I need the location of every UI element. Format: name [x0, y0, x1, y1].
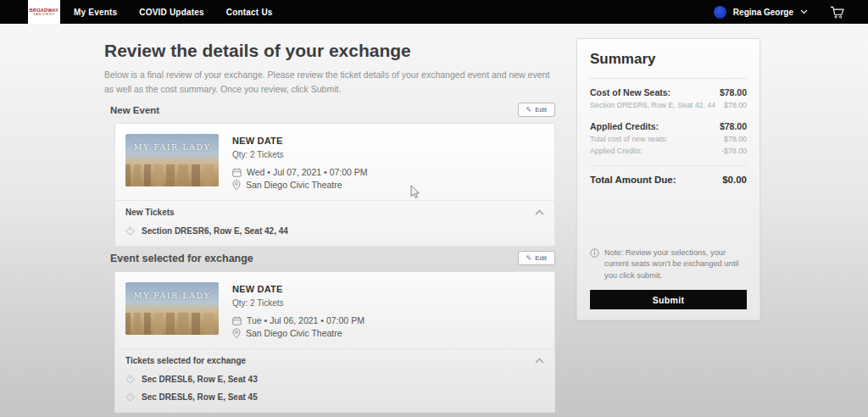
- total-cost-sub-label: Total cost of new seats:: [590, 135, 667, 143]
- user-avatar[interactable]: [714, 6, 726, 19]
- ticket-seat-text: Section DRESR6, Row E, Seat 42, 44: [142, 226, 288, 236]
- summary-panel: Summary Cost of New Seats: $78.00 Sectio…: [576, 38, 760, 320]
- event-poster-my-fair-lady: MY FAIR LADY: [125, 282, 219, 335]
- applied-credits-label: Applied Credits:: [590, 121, 659, 131]
- exchange-tickets-header: Tickets selected for exchange: [125, 356, 246, 365]
- calendar-icon: [232, 316, 242, 325]
- ticket-tag-icon: [125, 392, 135, 402]
- top-navbar: BROADWAY SAN DIEGO My Events COVID Updat…: [0, 0, 868, 24]
- review-note: Note: Review your selections, your curre…: [604, 247, 747, 281]
- collapse-chevron-up-icon[interactable]: [535, 358, 544, 364]
- applied-credits-value: $78.00: [720, 121, 747, 131]
- logo-subtext: SAN DIEGO: [34, 13, 55, 16]
- total-amount-due-label: Total Amount Due:: [590, 175, 676, 185]
- cost-new-seats-label: Cost of New Seats:: [590, 87, 670, 97]
- new-ticket-item: Section DRESR6, Row E, Seat 42, 44: [115, 222, 554, 246]
- new-event-card: MY FAIR LADY NEW DATE Qty: 2 Tickets Wed…: [114, 123, 555, 247]
- cart-icon[interactable]: [830, 6, 844, 19]
- total-cost-sub-value: $78.00: [724, 135, 747, 143]
- page-title: Review the details of your exchange: [104, 41, 411, 61]
- broadway-san-diego-logo[interactable]: BROADWAY SAN DIEGO: [28, 0, 60, 24]
- event-venue: San Diego Civic Theatre: [246, 180, 342, 190]
- submit-button[interactable]: Submit: [590, 290, 747, 309]
- total-amount-due-value: $0.00: [722, 175, 747, 185]
- location-pin-icon: [232, 180, 241, 190]
- applied-credits-sub-value: -$78.00: [721, 147, 747, 155]
- edit-new-event-button[interactable]: ✎ Edit: [518, 103, 556, 117]
- new-date-badge: NEW DATE: [232, 136, 368, 146]
- edit-exchange-event-button[interactable]: ✎ Edit: [518, 251, 556, 265]
- exchange-event-section-title: Event selected for exchange: [110, 253, 253, 264]
- ticket-seat-text: Sec DRESL6, Row E, Seat 45: [142, 392, 258, 402]
- ticket-quantity: Qty: 2 Tickets: [232, 298, 364, 308]
- exchange-event-card: MY FAIR LADY NEW DATE Qty: 2 Tickets Tue…: [114, 271, 555, 413]
- new-date-badge: NEW DATE: [232, 284, 364, 294]
- ticket-seat-text: Sec DRESL6, Row E, Seat 43: [142, 375, 258, 384]
- chevron-down-icon[interactable]: [800, 9, 808, 14]
- nav-link-my-events[interactable]: My Events: [74, 8, 117, 17]
- pencil-icon: ✎: [526, 254, 532, 262]
- edit-label: Edit: [535, 254, 547, 262]
- cost-new-seats-sub-label: Section DRESR6, Row E, Seat 42, 44: [590, 101, 715, 109]
- exchange-ticket-item: Sec DRESL6, Row E, Seat 45: [115, 388, 554, 412]
- event-datetime: Wed • Jul 07, 2021 • 07:00 PM: [247, 167, 368, 177]
- cost-new-seats-sub-value: $78.00: [724, 101, 747, 109]
- nav-link-covid-updates[interactable]: COVID Updates: [139, 8, 204, 17]
- calendar-icon: [232, 168, 242, 177]
- page-subtitle: Below is a final review of your exchange…: [104, 68, 558, 97]
- cost-new-seats-value: $78.00: [720, 87, 747, 97]
- event-poster-my-fair-lady: MY FAIR LADY: [125, 134, 219, 186]
- event-venue: San Diego Civic Theatre: [246, 328, 342, 338]
- poster-title: MY FAIR LADY: [125, 291, 219, 300]
- pencil-icon: ✎: [526, 106, 532, 114]
- new-tickets-header: New Tickets: [125, 208, 175, 217]
- collapse-chevron-up-icon[interactable]: [535, 209, 544, 215]
- event-datetime: Tue • Jul 06, 2021 • 07:00 PM: [247, 315, 364, 325]
- location-pin-icon: [232, 328, 241, 338]
- applied-credits-sub-label: Applied Credits:: [590, 147, 643, 155]
- summary-title: Summary: [590, 51, 747, 68]
- ticket-tag-icon: [125, 226, 135, 236]
- edit-label: Edit: [535, 106, 547, 114]
- main-content: Review the details of your exchange Belo…: [0, 24, 868, 417]
- ticket-quantity: Qty: 2 Tickets: [232, 150, 368, 159]
- logo-text: BROADWAY: [30, 8, 59, 14]
- mouse-cursor: [410, 185, 421, 199]
- poster-title: MY FAIR LADY: [125, 142, 219, 152]
- ticket-tag-icon: [125, 375, 135, 384]
- nav-link-contact-us[interactable]: Contact Us: [226, 8, 273, 17]
- info-icon: [590, 248, 599, 258]
- exchange-ticket-item: Sec DRESL6, Row E, Seat 43: [115, 370, 554, 388]
- new-event-section-title: New Event: [110, 105, 159, 115]
- user-name[interactable]: Regina George: [733, 8, 793, 17]
